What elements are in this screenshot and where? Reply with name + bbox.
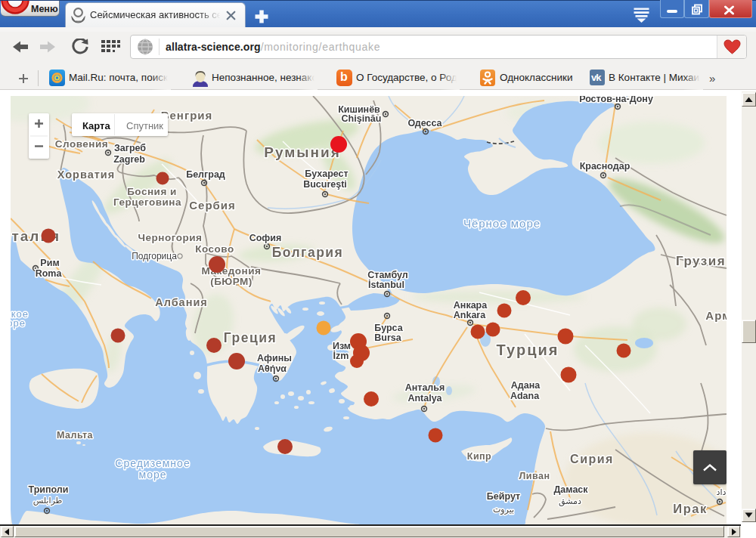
svg-text:Адана: Адана	[511, 380, 541, 391]
svg-text:بيروت: بيروت	[493, 505, 514, 515]
svg-text:Хорватия: Хорватия	[57, 169, 115, 181]
svg-text:Армен: Армен	[705, 309, 727, 322]
svg-text:Чёрное море: Чёрное море	[463, 217, 541, 230]
svg-text:Подгорица: Подгорица	[132, 251, 177, 261]
svg-text:Bucureşti: Bucureşti	[303, 179, 347, 190]
svg-text:Анкара: Анкара	[454, 300, 488, 311]
svg-text:داد: داد	[717, 487, 727, 496]
svg-text:Bursa: Bursa	[374, 332, 401, 343]
svg-text:Герцеговина: Герцеговина	[113, 196, 181, 208]
svg-text:София: София	[249, 233, 282, 243]
svg-text:Ливан: Ливан	[519, 471, 550, 481]
svg-text:Белград: Белград	[186, 169, 225, 180]
svg-text:Бухарест: Бухарест	[305, 169, 348, 179]
svg-text:Средиземное: Средиземное	[115, 457, 190, 469]
svg-text:Косово: Косово	[195, 243, 234, 255]
svg-text:Загреб: Загреб	[114, 143, 146, 153]
svg-text:Триполи: Триполи	[29, 484, 69, 495]
svg-text:Румыния: Румыния	[264, 144, 341, 160]
svg-text:Roma: Roma	[36, 268, 63, 279]
svg-text:Ирак: Ирак	[673, 502, 707, 515]
svg-text:İstanbul: İstanbul	[368, 279, 404, 290]
svg-text:Мальта: Мальта	[57, 430, 94, 441]
svg-text:Сербия: Сербия	[189, 199, 236, 212]
svg-text:Афины: Афины	[257, 353, 292, 363]
svg-text:Кипр: Кипр	[467, 451, 492, 462]
svg-text:Словения: Словения	[55, 138, 108, 150]
svg-text:Бурса: Бурса	[374, 323, 403, 333]
svg-text:(БЮРМ): (БЮРМ)	[210, 276, 253, 287]
svg-text:Анталья: Анталья	[405, 382, 445, 393]
svg-text:Chişinău: Chişinău	[342, 113, 382, 124]
svg-text:Antalya: Antalya	[407, 393, 442, 404]
svg-text:Греция: Греция	[224, 330, 277, 345]
svg-text:Босния и: Босния и	[127, 186, 177, 197]
svg-text:Грузия: Грузия	[676, 254, 726, 268]
svg-text:دمشق: دمشق	[559, 496, 581, 507]
svg-text:Бейрут: Бейрут	[487, 491, 520, 502]
svg-text:Αθήνα: Αθήνα	[258, 363, 287, 374]
svg-text:İzm: İzm	[333, 350, 349, 361]
svg-text:طرابلس: طرابلس	[33, 496, 63, 506]
svg-text:море: море	[11, 317, 26, 329]
svg-text:море: море	[139, 468, 167, 481]
svg-text:Ростов-на-Дону: Ростов-на-Дону	[579, 96, 653, 104]
svg-text:Албания: Албания	[155, 296, 208, 308]
svg-text:Adana: Adana	[510, 391, 540, 401]
svg-text:Болгария: Болгария	[272, 245, 344, 260]
svg-text:Дамаск: Дамаск	[553, 484, 588, 495]
svg-text:Рим: Рим	[40, 258, 59, 268]
svg-text:Zagreb: Zagreb	[113, 154, 145, 165]
svg-text:Стамбул: Стамбул	[367, 270, 408, 280]
svg-text:Одесса: Одесса	[407, 118, 442, 128]
svg-text:Изм: Изм	[333, 341, 351, 351]
svg-text:Венгрия: Венгрия	[161, 109, 213, 122]
svg-text:Краснодар: Краснодар	[580, 161, 631, 172]
svg-text:Сирия: Сирия	[570, 453, 614, 465]
svg-text:Турция: Турция	[497, 342, 559, 358]
svg-text:Ankara: Ankara	[454, 310, 486, 320]
svg-text:Черногория: Черногория	[138, 232, 203, 243]
